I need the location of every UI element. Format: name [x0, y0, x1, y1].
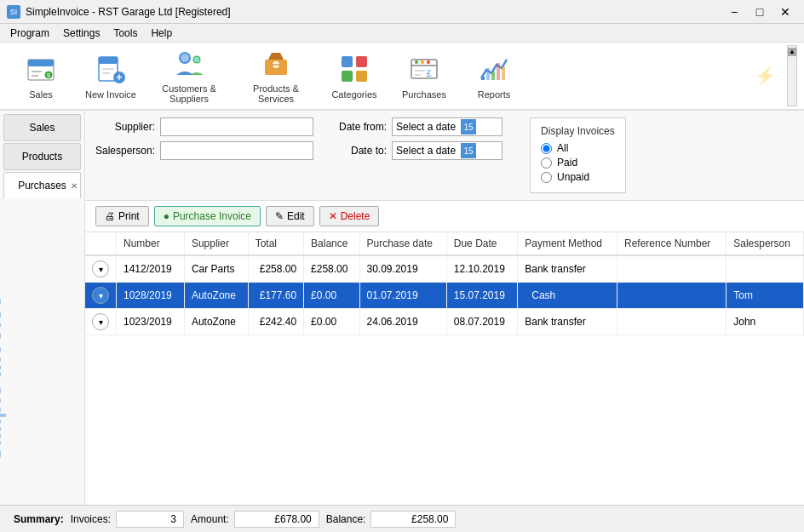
expand-cell: ▾ [85, 283, 117, 309]
expand-button[interactable]: ▾ [92, 260, 109, 277]
summary-field: Summary: [14, 513, 64, 525]
sidebar-item-sales[interactable]: Sales [3, 114, 81, 141]
lightning-icon: ⚡ [755, 66, 776, 86]
svg-point-13 [181, 54, 189, 62]
col-purchase-date[interactable]: Purchase date [359, 232, 446, 255]
products-label: Products & Services [237, 83, 315, 104]
expand-button[interactable]: ▾ [92, 313, 109, 330]
svg-rect-21 [342, 71, 353, 82]
customers-label: Customers & Suppliers [150, 83, 228, 104]
col-number[interactable]: Number [117, 232, 185, 255]
balance-value: £258.00 [370, 511, 456, 528]
radio-paid-input[interactable] [541, 157, 552, 169]
balance-field: Balance: £258.00 [326, 511, 457, 528]
expand-button[interactable]: ▾ [92, 287, 109, 304]
action-bar: 🖨 Print ● Purchase Invoice ✎ Edit ✕ Dele… [85, 201, 804, 232]
date-from-picker[interactable]: Select a date 15 [392, 117, 502, 136]
toolbar-categories[interactable]: Categories [320, 46, 388, 106]
svg-rect-22 [356, 71, 367, 82]
date-to-picker[interactable]: Select a date 15 [392, 141, 502, 160]
invoice-table-container: Number Supplier Total Balance Purchase d… [85, 232, 804, 505]
radio-unpaid-input[interactable] [541, 172, 552, 183]
menu-settings[interactable]: Settings [56, 26, 106, 41]
date-from-label: Date from: [327, 121, 387, 133]
svg-rect-31 [481, 77, 485, 80]
cell-supplier: Car Parts [184, 255, 248, 283]
svg-rect-34 [497, 63, 500, 80]
filter-section-dates: Date from: Select a date 15 Date to: Sel… [327, 117, 502, 160]
reports-icon [477, 52, 511, 86]
supplier-label: Supplier: [95, 121, 155, 133]
toolbar-products-services[interactable]: Products & Services [233, 46, 319, 106]
radio-paid-label: Paid [557, 157, 577, 169]
cell-salesperson: Tom [726, 283, 804, 309]
sidebar-item-purchases[interactable]: Purchases ✕ [3, 172, 81, 199]
table-row[interactable]: ▾ 1028/2019 AutoZone £177.60 £0.00 01.07… [85, 283, 804, 309]
radio-unpaid-label: Unpaid [557, 171, 589, 183]
radio-all-input[interactable] [541, 143, 552, 154]
radio-paid: Paid [541, 157, 615, 169]
cell-payment-method: Bank transfer [518, 309, 617, 335]
calendar-icon: 15 [461, 119, 476, 134]
salesperson-input[interactable] [160, 141, 313, 160]
toolbar-new-invoice[interactable]: + New Invoice [77, 46, 145, 106]
col-due-date[interactable]: Due Date [446, 232, 517, 255]
menu-tools[interactable]: Tools [106, 26, 144, 41]
menu-help[interactable]: Help [144, 26, 179, 41]
toolbar: $ Sales + New Invoice [0, 43, 804, 111]
col-salesperson[interactable]: Salesperson [726, 232, 804, 255]
payment-cash-badge: Cash [525, 288, 562, 303]
toolbar-purchases[interactable]: £ Purchases [390, 46, 458, 106]
cell-total: £258.00 [248, 255, 303, 283]
table-row[interactable]: ▾ 1412/2019 Car Parts £258.00 £258.00 30… [85, 255, 804, 283]
col-balance[interactable]: Balance [304, 232, 359, 255]
date-to-row: Date to: Select a date 15 [327, 141, 502, 160]
cell-total: £177.60 [248, 283, 303, 309]
radio-all-label: All [557, 142, 568, 154]
sidebar-item-products[interactable]: Products [3, 143, 81, 170]
toolbar-customers-suppliers[interactable]: Customers & Suppliers [146, 46, 232, 106]
salesperson-label: Salesperson: [95, 145, 155, 157]
customers-icon [172, 48, 206, 80]
menu-program[interactable]: Program [3, 26, 56, 41]
maximize-button[interactable]: □ [748, 3, 772, 21]
purchase-invoice-button[interactable]: ● Purchase Invoice [154, 206, 261, 226]
print-icon: 🖨 [105, 210, 115, 222]
status-bar: Summary: Invoices: 3 Amount: £678.00 Bal… [0, 505, 804, 532]
invoices-field: Invoices: 3 [71, 511, 184, 528]
svg-point-15 [194, 57, 200, 63]
cell-reference [617, 255, 726, 283]
edit-icon: ✎ [275, 210, 284, 222]
summary-label: Summary: [14, 513, 64, 525]
window-controls: − □ ✕ [722, 3, 797, 21]
table-row[interactable]: ▾ 1023/2019 AutoZone £242.40 £0.00 24.06… [85, 309, 804, 335]
toolbar-sales[interactable]: $ Sales [7, 46, 75, 106]
svg-point-25 [415, 60, 418, 64]
cell-balance: £0.00 [304, 309, 359, 335]
cell-due-date: 08.07.2019 [446, 309, 517, 335]
edit-button[interactable]: ✎ Edit [266, 206, 314, 226]
sidebar-close-icon[interactable]: ✕ [71, 181, 78, 191]
purchases-label: Purchases [402, 89, 446, 100]
menu-bar: Program Settings Tools Help [0, 24, 804, 43]
window-title: SimpleInvoice - RST Garage Ltd [Register… [26, 6, 722, 18]
svg-point-26 [421, 60, 424, 64]
print-button[interactable]: 🖨 Print [95, 206, 149, 226]
col-reference[interactable]: Reference Number [617, 232, 726, 255]
col-supplier[interactable]: Supplier [184, 232, 248, 255]
toolbar-quick[interactable]: ⚡ [748, 46, 782, 106]
sales-label: Sales [29, 89, 53, 100]
cell-due-date: 12.10.2019 [446, 255, 517, 283]
minimize-button[interactable]: − [722, 3, 746, 21]
close-button[interactable]: ✕ [773, 3, 797, 21]
cell-supplier: AutoZone [184, 283, 248, 309]
col-payment-method[interactable]: Payment Method [518, 232, 617, 255]
svg-point-27 [427, 60, 430, 64]
expand-cell: ▾ [85, 309, 117, 335]
delete-button[interactable]: ✕ Delete [319, 206, 380, 226]
supplier-input[interactable] [160, 117, 313, 136]
cell-total: £242.40 [248, 309, 303, 335]
cell-purchase-date: 01.07.2019 [359, 283, 446, 309]
col-total[interactable]: Total [248, 232, 303, 255]
toolbar-reports[interactable]: Reports [460, 46, 528, 106]
